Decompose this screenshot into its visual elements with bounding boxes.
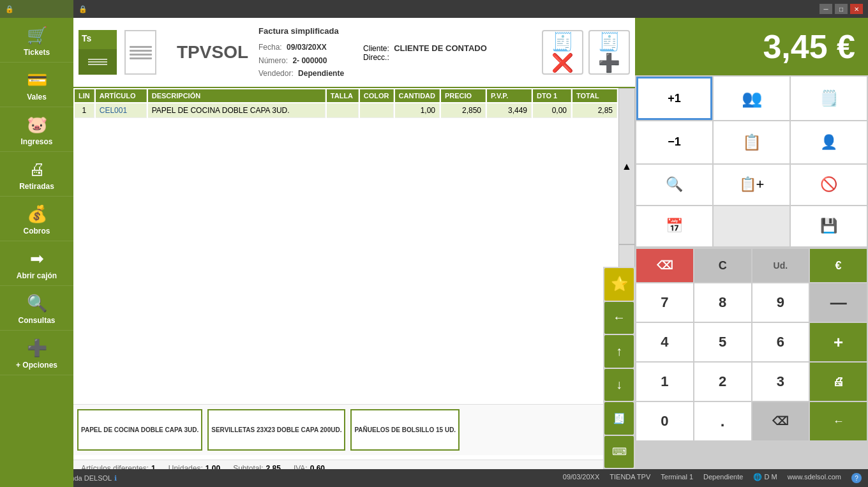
opciones-icon: ➕ [27, 338, 47, 358]
cancel-line-icon: 🚫 [820, 176, 837, 193]
invoice-action-btns: 🧾❌ 🧾➕ [542, 30, 630, 75]
col-precio: PRECIO [441, 89, 486, 102]
num2-btn[interactable]: 2 [694, 363, 751, 401]
col-dto1: DTO 1 [533, 89, 571, 102]
tickets-icon: 🛒 [27, 26, 47, 45]
num5-btn[interactable]: 5 [694, 323, 751, 361]
cancel-invoice-icon: 🧾❌ [543, 31, 582, 73]
invoice-list-btn[interactable]: 🗒️ [791, 77, 867, 120]
sidebar-item-tickets[interactable]: 🛒 Tickets [0, 18, 73, 63]
new-invoice-icon: 🧾➕ [590, 31, 629, 73]
cancel-invoice-btn[interactable]: 🧾❌ [542, 30, 583, 75]
side-actions-panel: ⭐ ← ↑ ↓ 🧾 ⌨ [603, 267, 635, 469]
amount-display: 3,45 € [635, 18, 868, 75]
new-invoice-btn[interactable]: 🧾➕ [588, 30, 630, 75]
invoice-header: Ts TPVSOL Factura simplificada [73, 18, 635, 88]
status-terminal: Terminal 1 [661, 473, 693, 483]
maximize-btn[interactable]: □ [835, 4, 848, 14]
cell-cantidad: 1,00 [395, 103, 440, 118]
sidebar-label-tickets: Tickets [24, 48, 50, 57]
copy-invoice-icon: 📋 [742, 133, 761, 151]
save-btn[interactable]: 💾 [791, 206, 867, 246]
units-btn[interactable]: Ud. [752, 249, 809, 282]
move-up-btn[interactable]: ↑ [604, 335, 634, 368]
sidebar-label-retiradas: Retiradas [19, 182, 54, 191]
cancel-line-btn[interactable]: 🚫 [791, 165, 867, 205]
fecha-label: Fecha: [258, 43, 282, 52]
numpad-toggle-btn[interactable]: ⌨ [604, 436, 634, 468]
sidebar-item-opciones[interactable]: ➕ + Opciones [0, 331, 73, 375]
plus1-btn[interactable]: +1 [636, 77, 712, 120]
copy-invoice-btn[interactable]: 📋 [714, 121, 789, 163]
sidebar-item-cajón[interactable]: ➡ Abrir cajón [0, 241, 73, 286]
table-row[interactable]: 1 CEL001 PAPEL DE COCINA DOBLE CAPA 3UD.… [75, 103, 617, 118]
col-talla: TALLA [327, 89, 359, 102]
num4-btn[interactable]: 4 [636, 323, 693, 361]
numero-row: Número: 2- 000000 [258, 54, 344, 67]
status-right: 09/03/20XX TIENDA TPV Terminal 1 Dependi… [563, 473, 862, 483]
num9-btn[interactable]: 9 [752, 283, 809, 322]
sidebar-item-ingresos[interactable]: 🐷 Ingresos [0, 107, 73, 152]
num1-btn[interactable]: 1 [636, 363, 693, 401]
num6-btn[interactable]: 6 [752, 323, 809, 361]
minus-btn[interactable]: — [810, 283, 867, 322]
invoice-view-btn[interactable]: 🧾 [604, 402, 634, 435]
euro-btn[interactable]: € [810, 249, 867, 282]
status-icons: 🌐 D M [753, 473, 777, 483]
add-line-btn[interactable]: 📋+ [714, 165, 789, 205]
calendar-icon: 📅 [666, 218, 683, 234]
invoice-list-icon: 🗒️ [819, 89, 839, 107]
num0-btn[interactable]: 0 [636, 402, 693, 440]
quick-item-2[interactable]: PAÑUELOS DE BOLSILLO 15 UD. [350, 409, 460, 451]
help-icon[interactable]: ? [851, 473, 862, 483]
search-invoice2-btn[interactable]: 🔍 [636, 165, 712, 205]
quick-item-1[interactable]: SERVILLETAS 23X23 DOBLE CAPA 200UD. [207, 409, 345, 451]
sidebar-item-consultas[interactable]: 🔍 Consultas [0, 286, 73, 331]
num7-btn[interactable]: 7 [636, 283, 693, 322]
clients-btn[interactable]: 👥 [714, 77, 789, 120]
move-down-btn[interactable]: ↓ [604, 369, 634, 401]
lock-icon-titlebar: 🔒 [79, 5, 87, 13]
numpad-area: ⌫ C Ud. € 7 8 9 — 4 5 6 + 1 2 3 🖨 0 . [635, 248, 868, 487]
sidebar-label-cobros: Cobros [24, 227, 50, 236]
minus1-btn[interactable]: −1 [636, 121, 712, 163]
status-bar: En Local 📶 Onda DELSOL ℹ 09/03/20XX TIEN… [0, 469, 868, 487]
numero-value: 2- 000000 [292, 56, 327, 65]
save-icon: 💾 [820, 218, 837, 234]
col-descripcion: DESCRIPCIÓN [148, 89, 326, 102]
sidebar-item-retiradas[interactable]: 🖨 Retiradas [0, 152, 73, 197]
sidebar-label-ingresos: Ingresos [20, 137, 52, 146]
table-header-row: LIN ARTÍCULO DESCRIPCIÓN TALLA COLOR CAN… [75, 89, 617, 102]
enter-btn[interactable]: ← [810, 402, 867, 440]
lock-icon: 🔒 [5, 5, 14, 13]
invoice-details: Factura simplificada Fecha: 09/03/20XX N… [258, 24, 344, 80]
invoice-type: Factura simplificada [258, 24, 344, 38]
clear-btn[interactable]: C [694, 249, 751, 282]
print-btn[interactable]: 🖨 [810, 363, 867, 401]
calendar-btn[interactable]: 📅 [636, 206, 712, 246]
quick-item-0[interactable]: PAPEL DE COCINA DOBLE CAPA 3UD. [77, 409, 202, 451]
remove-client-btn[interactable]: 👤 [791, 121, 867, 163]
col-articulo: ARTÍCULO [96, 89, 147, 102]
plus-btn[interactable]: + [810, 323, 867, 361]
search-invoice2-icon: 🔍 [666, 176, 683, 193]
col-pvp: P.V.P. [487, 89, 532, 102]
amount-value: 3,45 € [763, 27, 855, 66]
cell-talla [327, 103, 359, 118]
numpad-top-row: ⌫ C Ud. € [636, 249, 867, 282]
receipt-line-2 [88, 61, 107, 63]
logo-receipt-lines [79, 49, 117, 75]
minimize-btn[interactable]: ─ [819, 4, 832, 14]
back-arrow-btn[interactable]: ← [604, 302, 634, 334]
decimal-btn[interactable]: . [694, 402, 751, 440]
backspace2-btn[interactable]: ⌫ [752, 402, 809, 440]
scroll-up-btn[interactable]: ▲ [618, 88, 635, 244]
direcc-row: Direcc.: [363, 53, 487, 62]
sidebar-item-vales[interactable]: 💳 Vales [0, 63, 73, 107]
sidebar-item-cobros[interactable]: 💰 Cobros [0, 197, 73, 241]
backspace-btn[interactable]: ⌫ [636, 249, 693, 282]
close-btn[interactable]: ✕ [850, 4, 863, 14]
num3-btn[interactable]: 3 [752, 363, 809, 401]
num8-btn[interactable]: 8 [694, 283, 751, 322]
favorite-btn[interactable]: ⭐ [604, 268, 634, 301]
